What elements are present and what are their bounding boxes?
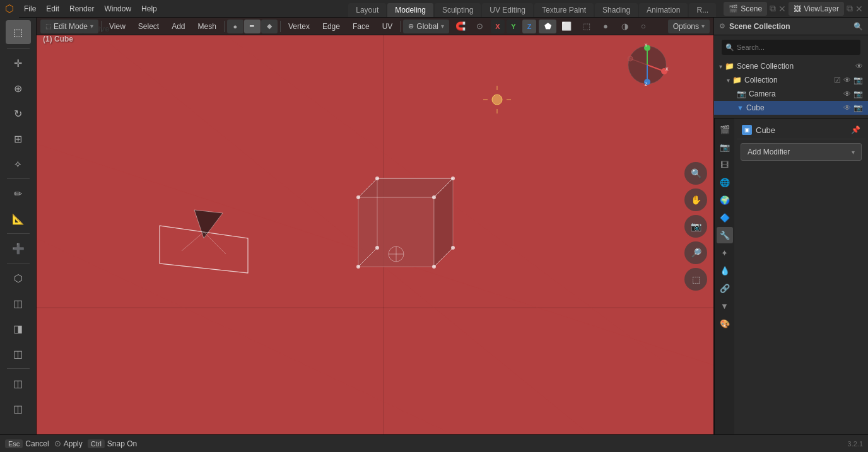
- tab-uv-editing[interactable]: UV Editing: [482, 3, 533, 17]
- menu-window[interactable]: Window: [99, 0, 136, 18]
- btn-face[interactable]: Face: [348, 20, 375, 33]
- tool-rotate[interactable]: ↻: [6, 101, 31, 125]
- prop-tab-scene[interactable]: 🌐: [717, 174, 733, 190]
- cube-vis-icon[interactable]: 👁: [843, 103, 851, 112]
- viewport[interactable]: ⬚ Edit Mode ▾ View Select Add Mesh ● ━ ◆…: [37, 18, 713, 434]
- prop-tab-material[interactable]: 🎨: [717, 315, 733, 332]
- shading-render[interactable]: ○: [635, 20, 652, 33]
- add-modifier-btn[interactable]: Add Modifier ▾: [741, 143, 862, 161]
- search-input[interactable]: [737, 43, 857, 51]
- col-cam-icon[interactable]: 📷: [853, 76, 863, 84]
- cam-vis-icon[interactable]: 👁: [843, 90, 851, 98]
- blender-logo[interactable]: ⬡: [0, 0, 19, 18]
- shading-solid[interactable]: ●: [597, 20, 614, 33]
- viewlayer-selector[interactable]: 🖼 ViewLayer: [789, 2, 844, 16]
- tool-extrude[interactable]: ⬡: [6, 266, 31, 290]
- prop-tab-physics[interactable]: 💧: [717, 262, 733, 279]
- ctrl-key[interactable]: Ctrl: [88, 439, 105, 448]
- tab-layout[interactable]: Layout: [348, 3, 386, 17]
- sel-vertex-btn[interactable]: ●: [227, 20, 243, 33]
- proportional-icon[interactable]: ⊙: [471, 20, 488, 33]
- zoom-out-btn[interactable]: 🔎: [684, 241, 707, 264]
- tool-measure[interactable]: 📐: [6, 207, 31, 231]
- tab-shading[interactable]: Shading: [595, 3, 638, 17]
- scene-selector[interactable]: 🎬 Scene: [724, 2, 767, 16]
- prop-tab-object[interactable]: 🔷: [717, 209, 733, 226]
- outliner-search-icon[interactable]: 🔍: [853, 22, 863, 31]
- prop-tab-output[interactable]: 📷: [717, 139, 733, 155]
- viewport-gizmo[interactable]: Y X Z: [625, 43, 669, 87]
- mode-selector[interactable]: ⬚ Edit Mode ▾: [40, 20, 98, 33]
- tool-add-cube[interactable]: ➕: [6, 236, 31, 260]
- shading-wire[interactable]: ⬚: [578, 20, 595, 33]
- btn-view[interactable]: View: [104, 20, 131, 33]
- outliner-search-bar[interactable]: 🔍: [722, 40, 860, 55]
- overlay-btn[interactable]: ⬟: [539, 20, 556, 33]
- outliner-cube[interactable]: ▼ Cube 👁 📷: [714, 101, 868, 115]
- tab-sculpting[interactable]: Sculpting: [435, 3, 481, 17]
- tab-modeling[interactable]: Modeling: [387, 3, 433, 17]
- axis-y-btn[interactable]: Y: [507, 20, 520, 33]
- axis-z-btn[interactable]: Z: [522, 20, 536, 33]
- btn-edge[interactable]: Edge: [317, 20, 345, 33]
- sc-vis-icon[interactable]: 👁: [855, 62, 863, 71]
- prop-tab-view-layer[interactable]: 🎞: [717, 156, 733, 173]
- outliner-scene-collection[interactable]: ▾ 📁 Scene Collection 👁: [714, 59, 868, 73]
- tool-annotate[interactable]: ✏: [6, 182, 31, 206]
- tool-cursor[interactable]: ✛: [6, 51, 31, 75]
- tab-more[interactable]: R...: [689, 3, 716, 17]
- options-btn[interactable]: Options ▾: [668, 20, 710, 33]
- prop-tab-constraint[interactable]: 🔗: [717, 280, 733, 296]
- tool-scale[interactable]: ⊞: [6, 127, 31, 151]
- pin-icon[interactable]: 📌: [851, 125, 860, 134]
- prop-tab-particles[interactable]: ✦: [717, 245, 733, 261]
- btn-select[interactable]: Select: [133, 20, 164, 33]
- outliner-collection[interactable]: ▾ 📁 Collection ☑ 👁 📷: [714, 73, 868, 87]
- menu-file[interactable]: File: [19, 0, 41, 18]
- col-vis-icon[interactable]: ☑: [834, 76, 841, 84]
- axis-x-btn[interactable]: X: [491, 20, 505, 33]
- menu-edit[interactable]: Edit: [41, 0, 64, 18]
- zoom-in-btn[interactable]: 🔍: [684, 162, 707, 185]
- tool-knife[interactable]: ◫: [6, 371, 31, 395]
- esc-key[interactable]: Esc: [5, 439, 23, 448]
- col-render-icon[interactable]: 👁: [843, 76, 851, 84]
- magnet-icon[interactable]: 🧲: [452, 20, 469, 33]
- btn-add[interactable]: Add: [167, 20, 190, 33]
- cancel-label[interactable]: Cancel: [25, 439, 49, 448]
- pan-btn[interactable]: ✋: [684, 188, 707, 211]
- menu-render[interactable]: Render: [64, 0, 99, 18]
- tool-move[interactable]: ⊕: [6, 76, 31, 100]
- ortho-btn[interactable]: ⬚: [684, 268, 707, 291]
- btn-uv[interactable]: UV: [377, 20, 398, 33]
- tool-sep-4: [7, 263, 30, 264]
- btn-vertex[interactable]: Vertex: [283, 20, 315, 33]
- sel-face-btn[interactable]: ◆: [261, 20, 278, 33]
- cam-render-icon[interactable]: 📷: [853, 90, 863, 98]
- menu-help[interactable]: Help: [136, 0, 162, 18]
- tool-select[interactable]: ⬚: [6, 20, 31, 44]
- shading-material[interactable]: ◑: [616, 20, 633, 33]
- prop-tab-render[interactable]: 🎬: [717, 121, 733, 137]
- transform-space[interactable]: ⊕ Global ▾: [403, 20, 449, 33]
- svg-point-33: [375, 246, 379, 250]
- sel-edge-btn[interactable]: ━: [244, 20, 261, 33]
- apply-label[interactable]: Apply: [64, 439, 83, 448]
- outliner-camera[interactable]: 📷 Camera 👁 📷: [714, 87, 868, 101]
- prop-tab-world[interactable]: 🌍: [717, 192, 733, 208]
- tool-inset[interactable]: ◫: [6, 291, 31, 315]
- orbit-btn[interactable]: 📷: [684, 215, 707, 238]
- cube-render-icon[interactable]: 📷: [853, 103, 863, 112]
- outliner-filter-icon[interactable]: ⚙: [719, 22, 725, 30]
- tab-texture-paint[interactable]: Texture Paint: [534, 3, 594, 17]
- prop-tab-data[interactable]: ▼: [717, 298, 733, 314]
- tool-loop-cut[interactable]: ◫: [6, 342, 31, 366]
- btn-mesh[interactable]: Mesh: [193, 20, 221, 33]
- svg-marker-7: [194, 210, 223, 238]
- prop-tab-modifier[interactable]: 🔧: [717, 227, 733, 243]
- tool-bisect[interactable]: ◫: [6, 397, 31, 420]
- tool-bevel[interactable]: ◨: [6, 316, 31, 340]
- tab-animation[interactable]: Animation: [639, 3, 688, 17]
- tool-transform[interactable]: ⟡: [6, 152, 31, 176]
- xray-btn[interactable]: ⬜: [558, 20, 575, 33]
